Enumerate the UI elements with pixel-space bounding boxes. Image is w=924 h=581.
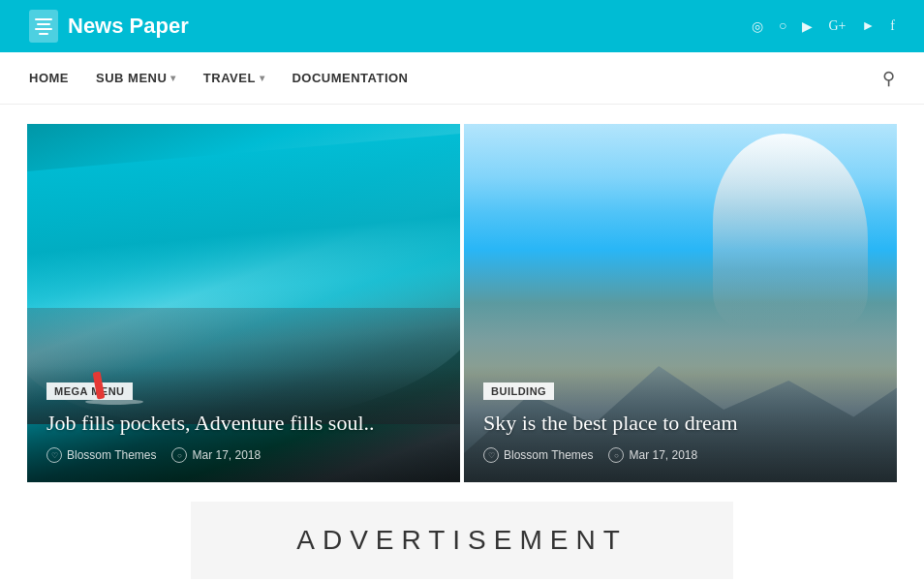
person-icon: ♡ [46, 447, 62, 463]
site-header: News Paper ◎ ○ ▶ G+ ► f [0, 0, 924, 52]
nav-item-travel[interactable]: TRAVEL ▾ [203, 71, 265, 85]
main-nav: HOME SUB MENU ▾ TRAVEL ▾ DOCUMENTATION ⚲ [0, 52, 924, 105]
article-meta-1: ♡ Blossom Themes ○ Mar 17, 2018 [46, 447, 441, 463]
card-overlay-2: BUILDING Sky is the best place to dream … [464, 366, 897, 482]
article-author-2: ♡ Blossom Themes [483, 447, 593, 463]
article-category-2: BUILDING [483, 382, 554, 400]
instagram-icon[interactable]: ◎ [752, 18, 763, 35]
surfer-decoration [85, 366, 105, 405]
logo-icon [29, 10, 58, 43]
nav-item-submenu[interactable]: SUB MENU ▾ [96, 71, 176, 85]
article-date-2: ○ Mar 17, 2018 [608, 447, 697, 463]
article-card-2[interactable]: BUILDING Sky is the best place to dream … [464, 124, 897, 482]
clock-icon: ○ [171, 447, 187, 463]
search-icon[interactable]: ⚲ [882, 68, 895, 89]
logo-text: News Paper [68, 14, 189, 39]
clock-icon: ○ [608, 447, 624, 463]
twitter-icon[interactable]: ► [861, 18, 875, 34]
main-content: MEGA MENU Job fills pockets, Adventure f… [0, 105, 924, 581]
article-title-1: Job fills pockets, Adventure fills soul.… [46, 410, 441, 438]
article-meta-2: ♡ Blossom Themes ○ Mar 17, 2018 [483, 447, 878, 463]
advertisement-box: ADVERTISEMENT [191, 502, 733, 579]
facebook-icon[interactable]: f [890, 18, 895, 34]
google-plus-icon[interactable]: G+ [828, 18, 846, 34]
chevron-down-icon: ▾ [170, 73, 176, 83]
pinterest-icon[interactable]: ○ [779, 18, 786, 34]
chevron-down-icon: ▾ [260, 73, 265, 83]
site-logo[interactable]: News Paper [29, 10, 189, 43]
person-icon: ♡ [483, 447, 499, 463]
article-date-1: ○ Mar 17, 2018 [171, 447, 261, 463]
nav-menu: HOME SUB MENU ▾ TRAVEL ▾ DOCUMENTATION [29, 71, 409, 85]
article-title-2: Sky is the best place to dream [483, 410, 878, 438]
youtube-icon[interactable]: ▶ [802, 18, 813, 35]
advertisement-label: ADVERTISEMENT [296, 525, 628, 556]
article-author-1: ♡ Blossom Themes [46, 447, 156, 463]
nav-item-documentation[interactable]: DOCUMENTATION [292, 71, 408, 85]
nav-item-home[interactable]: HOME [29, 71, 69, 85]
social-links: ◎ ○ ▶ G+ ► f [752, 18, 895, 35]
advertisement-section: ADVERTISEMENT [27, 502, 897, 579]
article-card-1[interactable]: MEGA MENU Job fills pockets, Adventure f… [27, 124, 460, 482]
article-grid: MEGA MENU Job fills pockets, Adventure f… [27, 124, 897, 482]
